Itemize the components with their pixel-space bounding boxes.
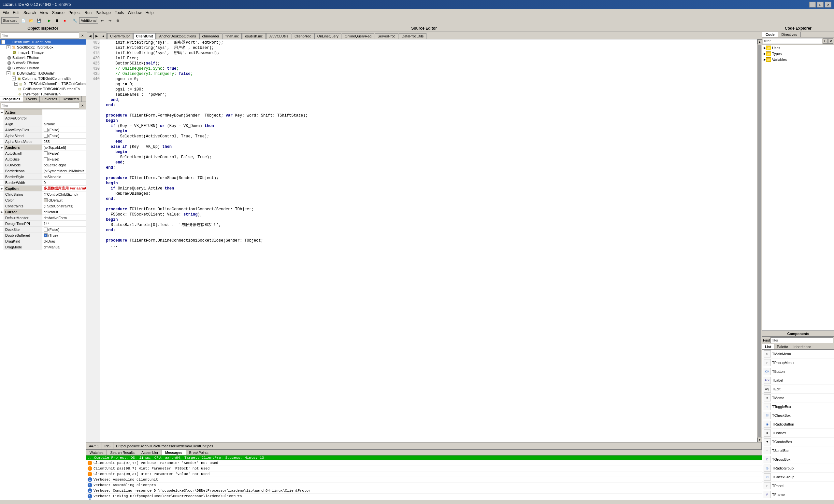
prop-value[interactable]: (False) [42,227,86,232]
prop-value[interactable]: (False) [42,127,86,133]
tree-item[interactable]: ⊡CellButtons: TDBGridCellButtonsEh [0,86,86,91]
source-tab[interactable]: OnlineQueryReg [342,33,374,39]
component-item[interactable]: ○TToggleBox [762,403,834,411]
prop-checkbox[interactable] [44,128,48,132]
prop-checkbox[interactable]: ✓ [44,233,48,237]
component-item[interactable]: ◉TRadioButton [762,420,834,429]
props-filter-input[interactable] [1,102,79,109]
source-tab[interactable]: ServerProc [375,33,398,39]
prop-value[interactable]: crDefault [42,209,86,214]
prop-value[interactable]: ✓(True) [42,232,86,238]
menu-item-source[interactable]: Source [50,10,66,16]
component-filter-input[interactable] [1,32,79,39]
toolbar-stop-btn[interactable]: ■ [61,17,68,24]
prop-value[interactable]: 0 [42,180,86,185]
prop-value[interactable]: (False) [42,156,86,162]
source-nav-up[interactable]: ▲ [100,32,107,39]
component-item[interactable]: ≡TMemo [762,394,834,403]
code-content[interactable]: inif.WriteString('sys', '服务器Port', edtPo… [100,39,757,442]
source-tab[interactable]: ClientPro.lpr [107,33,133,39]
tree-item[interactable]: 🔘Button6: TButton [0,65,86,71]
prop-value[interactable] [42,109,86,115]
prop-value[interactable]: clDefault [42,197,86,203]
comp-tab-inheritance[interactable]: Inheritance [791,344,814,349]
components-filter-input[interactable] [770,337,833,343]
tree-item[interactable]: +▥0 - TDBGridColumnEh: TDBGridColum [0,81,86,86]
component-item[interactable]: PTPopupMenu [762,359,834,367]
component-item[interactable]: ↔TScrollBar [762,446,834,455]
ce-tree-item[interactable]: ▶ 📁Variables [762,56,834,63]
prop-checkbox[interactable] [44,152,48,155]
source-tab[interactable]: DataProcUtils [399,33,426,39]
menu-item-run[interactable]: Run [83,10,93,16]
menu-item-package[interactable]: Package [93,10,113,16]
toolbar-add-2[interactable]: ↪ [107,17,114,24]
tree-item[interactable]: −▦Columns: TDBGridColumnsEh [0,76,86,81]
bottom-tab[interactable]: Assembler [138,450,162,455]
ce-tree-item[interactable]: ▶ 📁Types [762,51,834,56]
source-tab[interactable]: chmreader [199,33,222,39]
prop-expand-btn[interactable]: ▶ [0,186,4,191]
prop-expand-btn[interactable]: ▶ [0,209,4,214]
component-item[interactable]: FTFrame [762,490,834,499]
close-button[interactable]: ✕ [825,2,831,7]
props-tab-favorites[interactable]: Favorites [40,96,60,101]
source-tab[interactable]: finah.inc [222,33,242,39]
scroll-down-btn[interactable]: ▼ [758,438,762,442]
component-item[interactable]: ATActionList [762,499,834,500]
prop-value[interactable]: 255 [42,139,86,144]
tree-item[interactable]: 🔘Button4: TButton [0,55,86,60]
component-item[interactable]: AbcTLabel [762,376,834,385]
component-item[interactable]: MTMainMenu [762,350,834,359]
ce-expand-btn[interactable]: ▶ [764,46,766,49]
bottom-tab[interactable]: BreakPoints [186,450,212,455]
component-item[interactable]: OKTButton [762,367,834,376]
prop-value[interactable]: dmActiveForm [42,215,86,221]
toolbar-debug-btn[interactable]: 🔧 [71,17,79,24]
ce-tab-code[interactable]: Code [762,32,778,37]
tree-item[interactable]: +📜ScrollBox1: TScrollBox [0,45,86,50]
component-item[interactable]: PTPanel [762,482,834,490]
ce-tree-item[interactable]: ▶ 📁Uses [762,45,834,51]
prop-value[interactable]: alNone [42,121,86,127]
prop-expand-btn[interactable]: ▶ [0,109,4,115]
menu-item-tools[interactable]: Tools [113,10,126,16]
source-tab[interactable]: osutilsh.inc [242,33,265,39]
props-close-btn[interactable]: ✕ [80,103,85,108]
props-tab-properties[interactable]: Properties [0,96,23,101]
menu-item-view[interactable]: View [38,10,50,16]
toolbar-add-1[interactable]: ↩ [99,17,106,24]
source-nav-fwd[interactable]: ▶ [93,32,100,39]
comp-tab-palette[interactable]: Palette [774,344,791,349]
source-tab[interactable]: ClientUnit [133,33,156,39]
ce-refresh-btn[interactable]: ↻ [822,39,828,44]
bottom-tab[interactable]: Search Results [107,450,138,455]
tree-item[interactable]: ⊙DynProps: TDynVarsEh [0,91,86,96]
component-item[interactable]: ☑TCheckGroup [762,473,834,482]
vertical-scrollbar[interactable]: ▲ ▼ [757,39,762,442]
prop-checkbox[interactable] [44,157,48,161]
prop-value[interactable]: 多层数据库应用 For aarm64 [42,186,86,191]
bottom-tab[interactable]: Messages [162,450,186,455]
prop-value[interactable]: dmManual [42,244,86,250]
toolbar-run-btn[interactable]: ▶ [46,17,53,24]
scroll-up-btn[interactable]: ▲ [758,39,762,44]
prop-value[interactable]: (TControlChildSizing) [42,191,86,197]
props-tab-restricted[interactable]: Restricted [60,96,82,101]
menu-item-file[interactable]: File [1,10,11,16]
props-tab-events[interactable]: Events [23,96,40,101]
prop-expand-btn[interactable]: ▶ [0,144,4,150]
source-tab[interactable]: ClientProc [291,33,314,39]
prop-value[interactable]: bdLeftToRight [42,162,86,168]
prop-value[interactable]: [biSystemMenu,biMinimiz [42,168,86,174]
tree-item[interactable]: 🔘Button5: TButton [0,60,86,65]
menu-item-window[interactable]: Window [126,10,144,16]
ce-close-btn[interactable]: ✕ [828,39,833,44]
source-tab[interactable]: AnchorDesktopOptions [156,33,199,39]
source-tab[interactable]: JvJVCLUtils [266,33,291,39]
prop-value[interactable]: (False) [42,151,86,156]
component-item[interactable]: ≡TListBox [762,429,834,438]
ce-filter-input[interactable] [763,38,822,44]
prop-checkbox[interactable] [44,228,48,231]
toolbar-open-btn[interactable]: 📂 [28,17,35,24]
